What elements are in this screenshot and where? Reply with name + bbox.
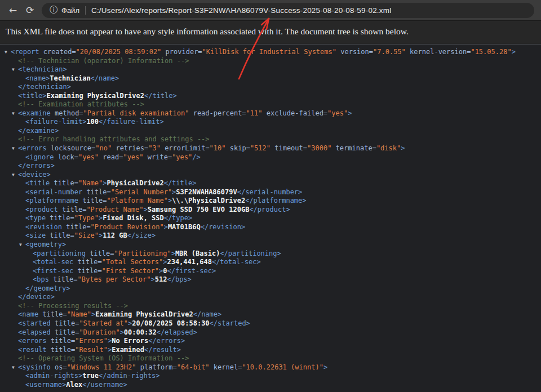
xml-token-text: Examining PhysicalDrive2	[95, 310, 193, 318]
xml-token-val: "Duration"	[79, 328, 119, 336]
xml-token-val: "Product Name"	[86, 206, 143, 213]
xml-line: ▼<geometry>	[0, 240, 541, 250]
xml-token-tag: >	[103, 179, 107, 187]
xml-line: <title title="Name">PhysicalDrive2</titl…	[0, 179, 541, 188]
xml-token-tag: </revision>	[201, 223, 245, 231]
xml-tree: ▼<report created="20/08/2025 08:59:02" p…	[0, 44, 541, 389]
xml-token-tag: >	[151, 275, 155, 283]
page-info-icon[interactable]: ⓘ	[50, 5, 57, 15]
xml-line: <size title="Size">112 GB</size>	[0, 231, 541, 240]
url-text[interactable]: C:/Users/Alex/reports/Report-S3F2NWAHA86…	[91, 6, 391, 15]
xml-line: </device>	[0, 293, 541, 302]
xml-line: <name title="Name">Examining PhysicalDri…	[0, 310, 541, 319]
xml-token-attr: title=	[46, 214, 74, 222]
xml-token-tag: <report	[11, 48, 39, 56]
xml-token-tag: >	[164, 223, 168, 231]
xml-token-text: \\.\PhysicalDrive2	[172, 197, 245, 204]
xml-line: <product title="Product Name">Samsung SS…	[0, 206, 541, 215]
xml-token-val: "7.0.55"	[373, 48, 406, 56]
xml-token-tag: </errors>	[148, 337, 185, 345]
xml-token-tag: </name>	[193, 310, 222, 318]
xml-token-tag: </size>	[127, 231, 156, 239]
xml-token-tag: </title>	[164, 179, 197, 187]
xml-token-tag: </product>	[249, 206, 290, 213]
xml-token-text: S3F2NWAHA86079V	[176, 188, 237, 196]
xml-line: <!-- Error handling attributes and setti…	[0, 135, 541, 144]
xml-token-attr: errorLimit=	[161, 144, 210, 152]
collapse-arrow-icon[interactable]: ▼	[5, 48, 11, 57]
xml-line: ▼<device>	[0, 171, 541, 180]
xml-token-tag: </technician>	[18, 83, 71, 91]
xml-line: ▼<examine method="Partial disk examinati…	[0, 109, 541, 118]
collapse-arrow-icon[interactable]: ▼	[12, 109, 18, 118]
xml-token-tag: >	[348, 109, 352, 117]
xml-token-attr: timeout=	[270, 144, 307, 152]
xml-token-text: 20/08/2025 08:58:30	[132, 319, 209, 327]
xml-token-val: "Bytes per Sector"	[77, 275, 150, 283]
xml-token-attr: locksource=	[47, 144, 96, 152]
xml-token-val: "15.05.28"	[471, 48, 511, 56]
xml-token-tag: <serial-number	[25, 188, 82, 196]
xml-line: <platformname title="Platform Name">\\.\…	[0, 197, 541, 206]
xml-token-text: MAT01B6Q	[168, 223, 201, 231]
refresh-icon[interactable]: ⟳	[21, 2, 38, 19]
xml-token-val: "First Sector"	[102, 267, 159, 275]
xml-token-attr: title=	[47, 346, 76, 354]
xml-token-tag: <errors	[18, 337, 47, 345]
xml-token-tag: <device>	[18, 171, 51, 179]
xml-line: <serial-number title="Serial Number">S3F…	[0, 188, 541, 197]
xml-token-val: "disk"	[376, 144, 401, 152]
xml-token-attr: kernel=	[210, 363, 242, 371]
xml-token-tag: <errors	[18, 144, 47, 152]
xml-token-tag: />	[192, 153, 200, 161]
address-bar[interactable]: ⓘ Файл C:/Users/Alex/reports/Report-S3F2…	[42, 3, 534, 18]
collapse-arrow-icon[interactable]: ▼	[12, 171, 18, 180]
collapse-arrow-icon[interactable]: ▼	[12, 65, 18, 74]
xml-token-tag: </title>	[144, 92, 177, 100]
xml-token-tag: </result>	[144, 346, 181, 354]
xml-token-tag: </type>	[164, 214, 193, 222]
xml-token-val: "Size"	[74, 231, 99, 239]
xml-token-tag: </bps>	[167, 275, 191, 283]
xml-token-tag: <ignore	[25, 153, 54, 161]
xml-token-tag: <revision	[25, 223, 62, 231]
xml-token-text: 234,441,648	[167, 258, 211, 266]
xml-token-val: "Platform Name"	[107, 197, 168, 204]
xml-token-tag: <title	[25, 179, 50, 187]
xml-token-val: "512"	[250, 144, 270, 152]
xml-token-val: "Name"	[67, 310, 91, 318]
xml-token-val: "11"	[246, 109, 263, 117]
site-type-label: Файл	[61, 6, 79, 15]
xml-token-attr: title=	[58, 206, 87, 213]
xml-token-comment: <!-- Technician (operator) Information -…	[18, 57, 189, 65]
xml-token-tag: </partitioning>	[220, 250, 281, 257]
xml-line: <bps title="Bytes per Sector">512</bps>	[0, 275, 541, 284]
xml-token-tag: <title>	[18, 92, 47, 100]
xml-token-tag: </name>	[91, 74, 119, 82]
xml-token-attr: title=	[49, 275, 78, 283]
xml-token-tag: >	[171, 250, 175, 257]
back-icon[interactable]: ←	[5, 2, 21, 19]
xml-line: <type title="Type">Fixed Disk, SSD</type…	[0, 214, 541, 223]
xml-line: ▼<errors locksource="no" retries="3" err…	[0, 144, 541, 153]
xml-line: <ignore lock="yes" read="yes" write="yes…	[0, 153, 541, 162]
xml-token-text: 100	[86, 118, 99, 126]
collapse-arrow-icon[interactable]: ▼	[12, 144, 18, 153]
collapse-arrow-icon[interactable]: ▼	[19, 240, 25, 250]
xml-token-text: Examining PhysicalDrive2	[47, 92, 144, 100]
xml-token-tag: <name	[18, 310, 38, 318]
xml-token-comment: <!-- Examination attributes -->	[18, 100, 144, 108]
xml-line: ▼<sysinfo os="Windows 11 23H2" platform=…	[0, 363, 541, 372]
xml-token-val: "Result"	[75, 346, 108, 354]
xml-token-val: "Started at"	[79, 319, 128, 327]
xml-token-attr: platform=	[136, 363, 177, 371]
collapse-arrow-icon[interactable]: ▼	[12, 363, 18, 372]
xml-token-attr: os=	[51, 363, 67, 371]
xml-token-text: PhysicalDrive2	[107, 179, 164, 187]
xml-token-val: "64-bit"	[177, 363, 210, 371]
xml-token-tag: </errors>	[18, 162, 55, 170]
xml-token-attr: title=	[51, 328, 79, 336]
xml-token-val: "Windows 11 23H2"	[67, 363, 136, 371]
xml-token-val: "Type"	[74, 214, 99, 222]
xml-token-tag: <admin-rights>	[25, 372, 82, 380]
